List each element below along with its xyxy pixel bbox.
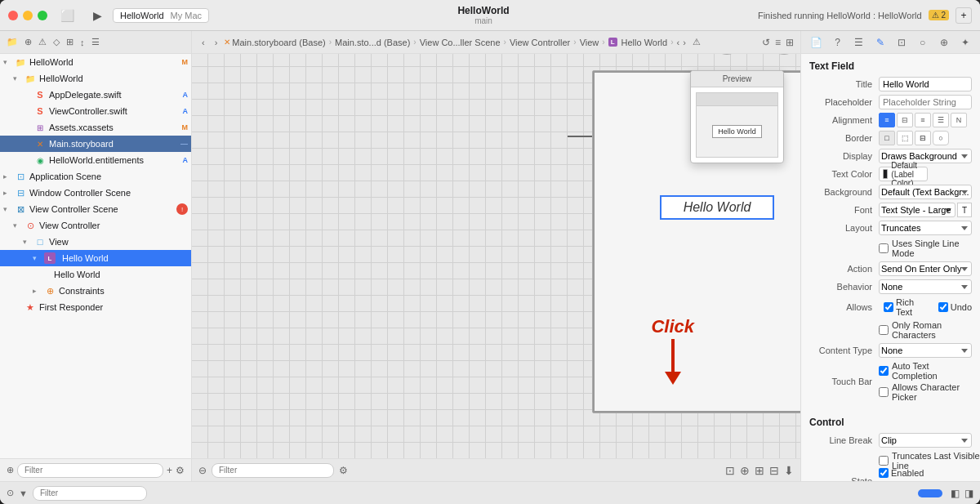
inspector-identity-icon[interactable]: ☰ <box>852 35 866 50</box>
font-picker-btn[interactable]: T <box>957 203 972 217</box>
align-justify-btn[interactable]: ☰ <box>933 113 949 127</box>
nav-item-windowscene[interactable]: ▸ ⊟ Window Controller Scene <box>0 185 191 201</box>
canvas-download-icon[interactable]: ⬇ <box>784 464 794 477</box>
inspector-attributes-icon[interactable]: ✎ <box>873 35 888 50</box>
minimize-button[interactable] <box>23 11 33 20</box>
scheme-selector[interactable]: HelloWorld My Mac <box>113 8 209 23</box>
auto-text-checkbox[interactable] <box>879 366 889 376</box>
back-button[interactable]: ‹ <box>198 36 208 49</box>
constraints-icon-toolbar[interactable]: ⊞ <box>755 464 764 477</box>
nav-icon-debug[interactable]: ⊞ <box>65 35 75 49</box>
breadcrumb-item-1[interactable]: ✕ Main.storyboard (Base) <box>224 38 325 47</box>
add-object-icon[interactable]: ⊕ <box>740 464 750 477</box>
title-input[interactable] <box>879 77 972 91</box>
nav-icon-report[interactable]: ☰ <box>90 35 101 49</box>
canvas-textfield[interactable]: Hello World <box>660 195 774 220</box>
nav-icon-source[interactable]: ↕ <box>78 36 87 49</box>
align-right-btn[interactable]: ≡ <box>915 113 931 127</box>
enabled-group: Enabled <box>879 468 924 478</box>
inspector-file-icon[interactable]: 📄 <box>809 35 824 50</box>
contenttype-value: None <box>879 343 972 358</box>
behavior-select[interactable]: None <box>879 279 972 294</box>
align-natural-btn[interactable]: N <box>951 113 967 127</box>
bottom-icon-2[interactable]: ▼ <box>19 488 28 498</box>
roman-chars-checkbox[interactable] <box>879 325 889 335</box>
nav-settings-icon[interactable]: ⚙ <box>176 465 185 476</box>
nav-item-helloworld-sub[interactable]: ▸ Hello World <box>0 266 191 283</box>
breadcrumb-actions[interactable]: ‹› <box>677 38 686 47</box>
run-button[interactable]: ▶ <box>88 7 106 25</box>
layout-select[interactable]: Truncates <box>879 221 972 235</box>
auto-layout-icon[interactable]: ⊟ <box>769 464 779 477</box>
breadcrumb-item-4[interactable]: View Controller <box>510 38 570 47</box>
nav-icon-warning[interactable]: ⚠ <box>37 35 48 49</box>
zoom-out-icon[interactable]: ⊖ <box>198 465 207 476</box>
inspector-quick-help-icon[interactable]: ? <box>831 35 845 50</box>
border-line-btn[interactable]: ⬚ <box>897 131 913 145</box>
inspector-size-icon[interactable]: ⊡ <box>894 35 909 50</box>
linebreak-select[interactable]: Clip <box>879 433 972 448</box>
fullscreen-button[interactable] <box>38 11 47 20</box>
bottom-filter-input[interactable] <box>33 486 147 501</box>
list-view-icon[interactable]: ≡ <box>775 37 781 48</box>
contenttype-select[interactable]: None <box>879 343 972 358</box>
inspector-effects-icon[interactable]: ✦ <box>958 35 973 50</box>
undo-checkbox[interactable] <box>938 302 948 312</box>
placeholder-input[interactable] <box>879 95 972 109</box>
nav-item-entitlements[interactable]: ▸ ◉ HelloWorld.entitlements A <box>0 152 191 168</box>
preview-title: Preview <box>691 71 783 87</box>
nav-item-viewcontroller[interactable]: ▸ S ViewController.swift A <box>0 103 191 119</box>
nav-icon-search[interactable]: ⊕ <box>23 35 33 49</box>
canvas-settings-icon[interactable]: ⊞ <box>786 37 794 48</box>
bottom-toggle-right[interactable]: ◨ <box>964 488 973 499</box>
nav-item-appdelegate[interactable]: ▸ S AppDelegate.swift A <box>0 87 191 103</box>
sidebar-toggle-icon[interactable]: ⬜ <box>60 8 75 23</box>
align-left-btn[interactable]: ≡ <box>879 113 895 127</box>
breadcrumb-item-5[interactable]: View <box>580 38 599 47</box>
nav-item-constraints[interactable]: ▸ ⊕ Constraints <box>0 283 191 299</box>
action-select[interactable]: Send On Enter Only <box>879 261 972 276</box>
font-select[interactable]: Text Style - Large Title <box>879 203 956 217</box>
nav-item-vcscene[interactable]: ▾ ⊠ View Controller Scene ! <box>0 201 191 217</box>
nav-item-mainstoryboard[interactable]: ▸ ✕ Main.storyboard — <box>0 136 191 152</box>
align-center-btn[interactable]: ⊟ <box>897 113 913 127</box>
nav-item-appscene[interactable]: ▸ ⊡ Application Scene <box>0 168 191 185</box>
breadcrumb-item-2[interactable]: Main.sto...d (Base) <box>335 38 410 47</box>
nav-icon-folder[interactable]: 📁 <box>5 35 20 49</box>
char-picker-checkbox[interactable] <box>879 387 889 397</box>
textcolor-swatch[interactable]: Default (Label Color) <box>879 167 928 181</box>
nav-item-assets[interactable]: ▸ ⊞ Assets.xcassets M <box>0 119 191 136</box>
nav-item-view[interactable]: ▾ □ View <box>0 234 191 250</box>
border-bezel-btn[interactable]: ⊟ <box>915 131 931 145</box>
warning-badge[interactable]: ⚠ 2 <box>929 10 949 20</box>
nav-item-first-responder[interactable]: ▸ ★ First Responder <box>0 299 191 315</box>
nav-item-helloworld-root[interactable]: ▾ 📁 HelloWorld M <box>0 54 191 70</box>
storyboard-filter-input[interactable] <box>212 463 334 478</box>
nav-item-helloworld-label[interactable]: ▾ L Hello World <box>0 250 191 266</box>
enabled-checkbox[interactable] <box>879 468 889 478</box>
layout-icon[interactable]: ⊡ <box>725 464 735 477</box>
close-button[interactable] <box>8 11 18 20</box>
border-rounded-btn[interactable]: ○ <box>933 131 949 145</box>
bottom-toggle-left[interactable]: ◧ <box>951 488 960 499</box>
bottom-icon-1[interactable]: ⊙ <box>7 488 14 498</box>
breadcrumb-warning[interactable]: ⚠ <box>693 37 701 47</box>
border-none-btn[interactable]: □ <box>879 131 895 145</box>
background-select[interactable]: Default (Text Backgr... <box>879 185 972 199</box>
nav-add-icon[interactable]: + <box>167 465 172 476</box>
inspector-bindings-icon[interactable]: ⊕ <box>937 35 951 50</box>
nav-item-helloworld-group[interactable]: ▾ 📁 HelloWorld <box>0 70 191 87</box>
forward-button[interactable]: › <box>212 36 221 49</box>
nav-icon-test[interactable]: ◇ <box>51 35 61 49</box>
breadcrumb-item-3[interactable]: View Co...ller Scene <box>420 38 501 47</box>
truncates-checkbox[interactable] <box>879 456 889 466</box>
storyboard-settings-icon[interactable]: ⚙ <box>339 465 348 476</box>
expand-button[interactable]: + <box>956 7 972 24</box>
navigator-filter-input[interactable] <box>17 463 163 478</box>
inspector-connections-icon[interactable]: ○ <box>915 35 930 50</box>
single-line-checkbox[interactable] <box>879 243 889 253</box>
rich-text-checkbox[interactable] <box>884 302 893 312</box>
nav-item-vc[interactable]: ▾ ⊙ View Controller <box>0 217 191 234</box>
breadcrumb-item-6[interactable]: L Hello World <box>608 38 668 47</box>
refresh-icon[interactable]: ↺ <box>762 37 770 48</box>
